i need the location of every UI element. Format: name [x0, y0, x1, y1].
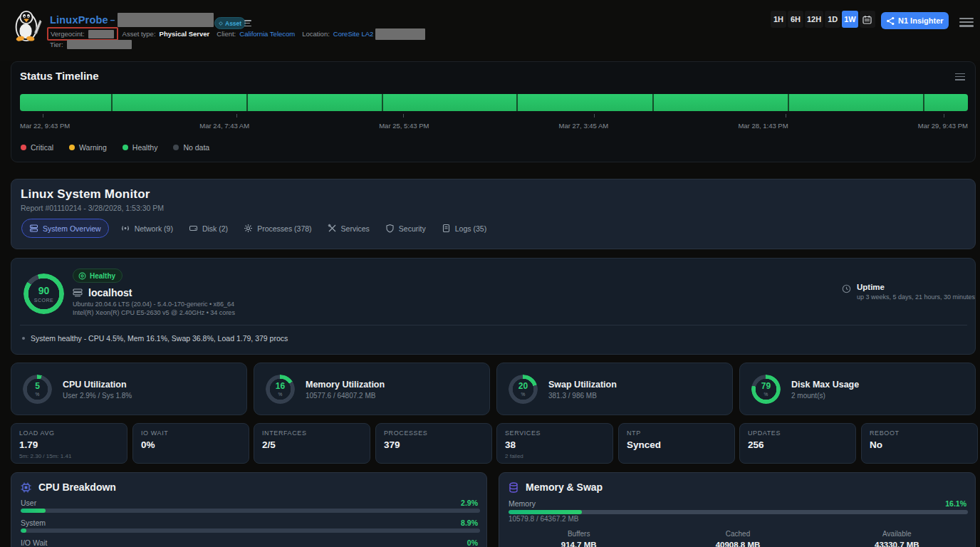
- highlighted-field: Vergeocint:: [47, 27, 118, 41]
- cached-col: Cached 40908.8 MB: [658, 530, 817, 547]
- time-range-group: 1H 6H 12H 1D 1W: [771, 11, 875, 28]
- legend-healthy: Healthy: [123, 143, 158, 152]
- brand-dash: –: [110, 15, 115, 25]
- tick-label: Mar 25, 5:43 PM: [379, 122, 429, 130]
- time-btn-1h[interactable]: 1H: [771, 11, 786, 28]
- tier-field: Tier:: [50, 40, 132, 49]
- cpu-row-pct: 2.9%: [461, 499, 478, 507]
- redacted-hostname: [118, 13, 214, 27]
- monitor-tabs: System Overview Network (9) Disk (2): [21, 219, 491, 238]
- card-sub: 2 mount(s): [791, 392, 825, 400]
- cpu-row-pct: 8.9%: [461, 519, 478, 527]
- cpu-utilization-card: 5% CPU Utilization User 2.9% / Sys 1.8%: [11, 363, 247, 415]
- cpu-row-pct: 0%: [467, 538, 478, 547]
- memory-row-pct: 16.1%: [945, 499, 966, 508]
- cpu-user-bar: [21, 509, 480, 513]
- header: LinuxProbe – Asset Vergeocint: Asset typ…: [0, 0, 980, 61]
- swap-utilization-card: 20% Swap Utilization 381.3 / 986 MB: [496, 363, 733, 415]
- n1-insighter-button[interactable]: N1 Insighter: [881, 12, 949, 29]
- tab-logs[interactable]: Logs (35): [437, 219, 491, 238]
- location-field: Location: CoreSite LA2: [302, 28, 425, 40]
- database-icon: [509, 482, 518, 493]
- tux-logo: [10, 7, 43, 44]
- os-info: Ubuntu 20.04.6 LTS (20.04) - 5.4.0-170-g…: [73, 301, 234, 308]
- uptime-title: Uptime: [857, 283, 975, 291]
- cpu-row-label: I/O Wait: [21, 538, 48, 547]
- tick-label: Mar 28, 1:43 PM: [738, 122, 788, 130]
- card-title: Swap Utilization: [548, 380, 617, 390]
- card-sub: User 2.9% / Sys 1.8%: [63, 392, 132, 400]
- warning-dot-icon: [69, 145, 75, 150]
- calendar-button[interactable]: [860, 11, 875, 28]
- memory-utilization-card: 16% Memory Utilization 10577.6 / 64807.2…: [254, 363, 490, 415]
- stat-interfaces: INTERFACES2/5: [254, 423, 370, 464]
- tab-network[interactable]: Network (9): [116, 219, 177, 238]
- tick-label: Mar 22, 9:43 PM: [20, 122, 70, 130]
- linux-system-monitor-panel: Linux System Monitor Report #01110214 - …: [11, 179, 976, 249]
- tab-processes[interactable]: Processes (378): [239, 219, 316, 238]
- time-btn-12h[interactable]: 12H: [805, 11, 823, 28]
- asset-list-icon[interactable]: [244, 19, 252, 26]
- stat-services: SERVICES382 failed: [496, 423, 613, 464]
- client-link[interactable]: California Telecom: [239, 30, 295, 38]
- network-icon: [120, 224, 130, 233]
- legend-critical: Critical: [21, 143, 53, 152]
- memory-row-label: Memory: [509, 499, 536, 508]
- time-btn-6h[interactable]: 6H: [788, 11, 803, 28]
- disk-icon: [189, 224, 198, 233]
- health-summary: System healthy - CPU 4.5%, Mem 16.1%, Sw…: [22, 334, 288, 343]
- timeline-title: Status Timeline: [20, 70, 99, 82]
- disk-max-usage-card: 79% Disk Max Usage 2 mount(s): [739, 363, 976, 415]
- hamburger-menu-icon[interactable]: [959, 16, 974, 26]
- server-icon: [29, 224, 38, 233]
- stat-io-wait: IO WAIT0%: [132, 423, 249, 464]
- timeline-bar[interactable]: [20, 94, 968, 111]
- stat-load-avg: LOAD AVG1.795m: 2.30 / 15m: 1.41: [11, 423, 127, 464]
- tab-security[interactable]: Security: [381, 219, 430, 238]
- card-title: CPU Utilization: [63, 380, 127, 390]
- health-panel: 90 SCORE Healthy localhost Ubuntu 20.04.…: [11, 258, 976, 355]
- card-title: Disk Max Usage: [791, 380, 859, 390]
- processes-icon: [244, 224, 253, 233]
- asset-type-field: Asset type: Physical Server: [123, 30, 210, 38]
- brand-title[interactable]: LinuxProbe: [50, 14, 108, 26]
- tab-disk[interactable]: Disk (2): [184, 219, 232, 238]
- healthy-dot-icon: [123, 145, 128, 150]
- uptime-block: Uptime up 3 weeks, 5 days, 21 hours, 30 …: [842, 283, 975, 301]
- cpu-row-label: System: [21, 519, 46, 527]
- client-field: Client: California Telecom: [217, 30, 295, 38]
- logs-icon: [442, 224, 451, 233]
- host-icon: [73, 288, 83, 297]
- redacted-verge-value: [88, 30, 114, 38]
- monitor-title: Linux System Monitor: [21, 187, 150, 202]
- uptime-value: up 3 weeks, 5 days, 21 hours, 30 minutes: [857, 293, 975, 301]
- tick-label: Mar 29, 9:43 PM: [918, 122, 968, 130]
- cpu-info: Intel(R) Xeon(R) CPU E5-2630 v5 @ 2.40GH…: [73, 309, 235, 316]
- tick-label: Mar 24, 7:43 AM: [199, 122, 249, 130]
- cpu-breakdown-panel: CPU Breakdown User 2.9% System 8.9% I/O …: [11, 472, 487, 547]
- calendar-icon: [862, 15, 872, 24]
- location-link[interactable]: CoreSite LA2: [333, 30, 374, 38]
- security-icon: [385, 224, 395, 233]
- memory-swap-panel: Memory & Swap Memory 16.1% 10579.8 / 643…: [499, 472, 976, 547]
- host-row: localhost: [73, 287, 132, 298]
- timeline-legend: Critical Warning Healthy No data: [21, 143, 209, 152]
- cpu-chip-icon: [21, 482, 31, 493]
- healthy-badge-icon: [78, 272, 86, 280]
- critical-dot-icon: [21, 145, 26, 150]
- card-sub: 10577.6 / 64807.2 MB: [306, 392, 375, 400]
- health-score: 90 SCORE: [24, 274, 64, 314]
- card-title: Memory Utilization: [306, 380, 385, 390]
- cpu-breakdown-title: CPU Breakdown: [21, 481, 116, 493]
- tab-system-overview[interactable]: System Overview: [21, 219, 109, 238]
- tab-services[interactable]: Services: [323, 219, 374, 238]
- time-btn-1d[interactable]: 1D: [825, 11, 840, 28]
- memory-amount: 10579.8 / 64367.2 MB: [509, 515, 578, 523]
- hostname: localhost: [88, 287, 132, 298]
- asset-meta-row: Vergeocint: Asset type: Physical Server …: [47, 27, 432, 41]
- timeline-menu-icon[interactable]: [955, 71, 965, 79]
- bullet-dot: [22, 337, 25, 340]
- monitor-subtitle: Report #01110214 - 3/28/2028, 1:53:30 PM: [21, 204, 164, 212]
- time-btn-1w[interactable]: 1W: [842, 11, 858, 28]
- stat-processes: PROCESSES379: [375, 423, 492, 464]
